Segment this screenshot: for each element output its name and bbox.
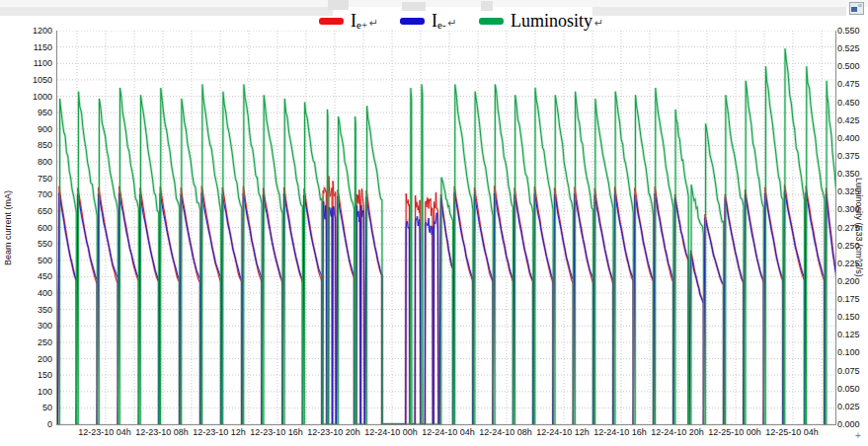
legend-swatch-green	[479, 18, 504, 25]
legend-label-subscript: e+	[356, 19, 367, 31]
y-left-tick-label: 950	[0, 108, 52, 117]
application-window: { "window": { "resize_mark": "+" }, "chr…	[0, 0, 868, 446]
series-ie-minus-halo	[57, 191, 835, 424]
series-ie-minus-line	[57, 191, 835, 424]
y-left-tick-label: 150	[0, 370, 52, 380]
y-left-tick-label: 400	[0, 288, 52, 298]
y-left-tick-label: 300	[0, 321, 52, 331]
y-left-tick-label: 800	[0, 157, 52, 167]
y-left-tick-label: 250	[0, 337, 52, 347]
y-left-tick-label: 200	[0, 354, 52, 364]
legend-item-ie-minus: I e- ↵	[400, 9, 457, 33]
y-right-tick-label: 0.175	[837, 294, 868, 304]
y-right-tick-label: 0.250	[837, 241, 868, 251]
y-right-tick-label: 0.025	[837, 402, 868, 411]
chrome-strip	[0, 0, 868, 7]
x-axis-tick-label: 12-25-10 04h	[748, 427, 836, 437]
paragraph-mark-icon: ↵	[369, 17, 378, 30]
y-right-tick-label: 0.100	[837, 347, 868, 357]
legend-label: Luminosity	[511, 11, 592, 32]
resize-handle-mark: +	[855, 430, 861, 441]
y-left-tick-label: 350	[0, 305, 52, 315]
y-right-tick-label: 0.500	[837, 61, 868, 71]
y-right-tick-label: 0.350	[837, 169, 868, 179]
y-right-tick-label: 0.050	[837, 384, 868, 394]
y-left-tick-label: 450	[0, 271, 52, 281]
y-right-tick-label: 0.425	[837, 115, 868, 125]
y-left-tick-label: 50	[0, 403, 52, 412]
y-right-tick-label: 0.275	[837, 223, 868, 233]
paragraph-mark-icon: ↵	[448, 17, 457, 30]
chart-plot-area	[56, 31, 836, 425]
y-right-tick-label: 0.550	[837, 26, 868, 36]
y-right-tick-label: 0.375	[837, 151, 868, 161]
y-right-tick-label: 0.075	[837, 366, 868, 376]
y-right-tick-label: 0.400	[837, 133, 868, 143]
y-right-tick-label: 0.200	[837, 276, 868, 286]
chart-legend: I e+ ↵ I e- ↵ Luminosity ↵	[0, 9, 868, 33]
y-right-tick-label: 0.475	[837, 79, 868, 89]
embedded-object-icon[interactable]	[849, 2, 864, 15]
y-left-tick-label: 1100	[0, 58, 52, 68]
y-left-tick-label: 500	[0, 256, 52, 265]
y-left-tick-label: 700	[0, 189, 52, 199]
y-left-tick-label: 1150	[0, 42, 52, 52]
y-right-tick-label: 0.300	[837, 204, 868, 214]
y-left-tick-label: 850	[0, 140, 52, 150]
y-left-tick-label: 750	[0, 174, 52, 184]
y-left-tick-label: 1200	[0, 26, 52, 36]
y-right-tick-label: 0.450	[837, 98, 868, 108]
y-right-tick-label: 0.225	[837, 259, 868, 268]
y-right-tick-label: 0.000	[837, 419, 868, 429]
legend-swatch-blue	[400, 18, 425, 25]
y-left-tick-label: 1050	[0, 75, 52, 85]
series-ie-plus-halo	[57, 177, 835, 425]
y-left-tick-label: 0	[0, 419, 52, 429]
y-right-tick-label: 0.525	[837, 43, 868, 53]
legend-item-luminosity: Luminosity ↵	[479, 9, 603, 33]
series-ie-plus-line	[57, 177, 835, 425]
legend-label-subscript: e-	[437, 19, 446, 31]
legend-swatch-red	[319, 18, 344, 25]
embedded-object-icon-inner	[851, 7, 857, 12]
legend-item-ie-plus: I e+ ↵	[319, 9, 378, 33]
y-left-tick-label: 650	[0, 206, 52, 216]
y-left-tick-label: 600	[0, 223, 52, 233]
y-right-tick-label: 0.150	[837, 312, 868, 322]
y-left-tick-label: 550	[0, 239, 52, 249]
embedded-object-icon-bar	[858, 4, 862, 7]
y-left-tick-label: 100	[0, 387, 52, 397]
y-left-tick-label: 900	[0, 124, 52, 134]
chart-canvas	[57, 31, 835, 424]
y-right-tick-label: 0.125	[837, 330, 868, 339]
y-left-tick-label: 1000	[0, 92, 52, 102]
paragraph-mark-icon: ↵	[594, 17, 603, 30]
y-right-tick-label: 0.325	[837, 186, 868, 196]
